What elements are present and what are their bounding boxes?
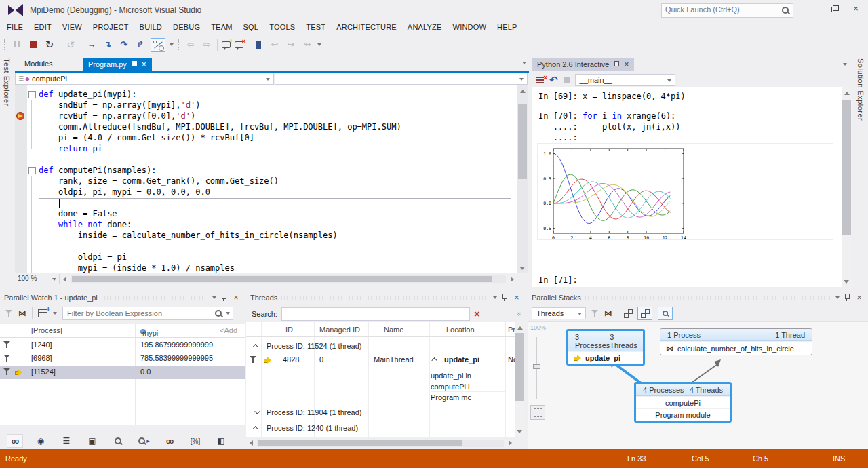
code-line[interactable]: oldpi, pi, mypi = 0.0, 0.0, 0.0 — [15, 187, 517, 197]
call-stack-window-icon[interactable]: ☰ — [58, 434, 75, 448]
scroll-right-icon[interactable] — [505, 438, 515, 448]
threads-header[interactable]: Threads × — [246, 290, 526, 305]
close-tab-icon[interactable]: × — [624, 60, 629, 69]
boolean-filter-box[interactable] — [62, 307, 233, 320]
tab-modules[interactable]: Modules — [19, 58, 58, 71]
scroll-left-icon[interactable] — [60, 275, 69, 284]
code-line[interactable]: def computePi(nsamples): — [15, 165, 517, 176]
sidebar-tab-test-explorer[interactable]: Test Explorer — [3, 58, 11, 106]
locals-window-icon[interactable]: ▸ — [136, 434, 152, 448]
collapse-icon[interactable] — [252, 426, 258, 431]
quick-launch-input[interactable] — [665, 5, 774, 14]
flag-threads-icon[interactable]: ⋈ — [18, 309, 26, 318]
command-window-icon[interactable]: ▣ — [84, 434, 100, 448]
watch-row[interactable]: [1240] 195.86799999999999 — [0, 338, 245, 352]
stacks-view-dropdown[interactable]: Threads — [532, 307, 586, 319]
bookmark-icon[interactable] — [252, 39, 264, 51]
fold-collapse-icon[interactable] — [27, 165, 39, 176]
flag-threads-icon[interactable]: ⋈ — [604, 309, 612, 318]
menu-sql[interactable]: SQL — [238, 21, 264, 35]
step-into-icon[interactable]: ↴ — [102, 39, 114, 51]
show-next-statement-icon[interactable]: → — [85, 39, 98, 51]
restore-button[interactable] — [825, 0, 845, 18]
step-out-icon[interactable]: ↱ — [134, 39, 146, 51]
menu-build[interactable]: BUILD — [134, 21, 167, 35]
reset-icon[interactable]: ↶ — [549, 74, 558, 86]
menu-help[interactable]: HELP — [492, 21, 523, 35]
code-line[interactable]: sndBuf = np.array([mypi],'d') — [15, 100, 517, 111]
autos-window-icon[interactable] — [110, 434, 126, 448]
sidebar-tab-solution-explorer[interactable]: Solution Explorer — [856, 58, 865, 121]
scroll-right-icon[interactable] — [507, 275, 517, 284]
menu-edit[interactable]: EDIT — [28, 21, 57, 35]
parallel-watch-window-icon[interactable]: oo — [161, 434, 178, 448]
parallel-stacks-header[interactable]: Parallel Stacks × — [528, 290, 868, 305]
interactive-console[interactable]: In [69]: x = linspace(0, 4*pi)In [70]: f… — [532, 87, 842, 287]
tab-python-interactive[interactable]: Python 2.6 Interactive × — [532, 58, 634, 71]
close-button[interactable]: × — [846, 0, 866, 18]
process-group-row[interactable]: Process ID: 11524 (1 thread) — [246, 339, 515, 353]
filter-row-icon[interactable] — [3, 355, 11, 362]
stop-debugging-icon[interactable] — [27, 39, 39, 51]
toolbar-dropdown-icon[interactable] — [317, 43, 321, 46]
clear-search-icon[interactable]: × — [474, 309, 480, 319]
output-window-icon[interactable]: ◧ — [213, 434, 229, 448]
code-line[interactable]: mypi = (inside * 1.0) / nsamples — [15, 262, 517, 273]
code-line[interactable] — [15, 154, 517, 165]
code-line[interactable]: inside = calculate_number_of_hits_in_cir… — [15, 230, 517, 241]
filter-row-icon[interactable] — [250, 356, 257, 364]
quick-launch-box[interactable] — [661, 3, 793, 18]
watch-window-icon[interactable]: oo — [7, 434, 23, 448]
toolbar-overflow-icon[interactable]: » — [515, 311, 524, 315]
stack-box-computepi[interactable]: 4 Processes 4 Threads computePi Program … — [634, 382, 732, 423]
stacks-graph[interactable]: 100% 3 Processes 3 Threads update_pi — [528, 321, 868, 449]
tab-program-py[interactable]: Program.py × — [83, 58, 152, 71]
column-id[interactable]: ID — [285, 326, 293, 334]
column-name[interactable]: Name — [384, 326, 403, 334]
menu-window[interactable]: WINDOW — [448, 21, 492, 35]
breakpoint-current-icon[interactable] — [16, 112, 24, 120]
pin-icon[interactable] — [131, 60, 138, 69]
stack-frame[interactable]: computePi i — [431, 381, 505, 391]
code-line[interactable]: done = False — [15, 208, 517, 219]
scroll-up-icon[interactable] — [515, 323, 525, 332]
column-process[interactable]: [Process] — [31, 326, 62, 334]
chevron-down-icon[interactable] — [53, 312, 57, 315]
code-line[interactable]: while not done: — [15, 219, 517, 230]
menu-analyze[interactable]: ANALYZE — [402, 21, 448, 35]
member-dropdown[interactable]: ☰ ◆ computePi — [15, 73, 274, 85]
scroll-up-icon[interactable] — [842, 88, 852, 98]
step-over-icon[interactable]: ↷ — [118, 39, 130, 51]
type-dropdown[interactable] — [275, 73, 528, 85]
menu-tools[interactable]: TOOLS — [264, 21, 300, 35]
editor-zoom-dropdown[interactable]: 100 % — [15, 274, 60, 284]
code-line[interactable]: rank, size = comm.Get_rank(), comm.Get_s… — [15, 176, 517, 187]
code-line[interactable] — [15, 241, 517, 252]
scope-dropdown[interactable]: __main__ — [575, 74, 675, 86]
restart-icon[interactable]: ↻ — [43, 39, 56, 51]
code-editor[interactable]: def update_pi(mypi): sndBuf = np.array([… — [15, 85, 517, 273]
pin-icon[interactable] — [613, 60, 620, 69]
menu-architecture[interactable]: ARCHITECTURE — [331, 21, 402, 35]
filter-row-icon[interactable] — [3, 341, 11, 349]
chevron-down-icon[interactable] — [226, 312, 230, 315]
code-line[interactable]: rcvBuf = np.array([0.0],'d') — [15, 111, 517, 121]
collapse-icon[interactable] — [252, 344, 258, 349]
threads-vertical-scrollbar[interactable] — [515, 322, 525, 437]
pin-icon[interactable] — [220, 293, 227, 302]
window-menu-icon[interactable] — [212, 296, 216, 299]
registers-window-icon[interactable]: [%] — [187, 434, 203, 448]
close-tab-icon[interactable]: × — [142, 58, 146, 71]
code-line[interactable]: def update_pi(mypi): — [15, 89, 517, 100]
zoom-control-toggle-icon[interactable] — [658, 307, 673, 320]
process-group-row[interactable]: Process ID: 11904 (1 thread) — [246, 406, 515, 419]
console-vertical-scrollbar[interactable] — [842, 87, 852, 287]
scroll-down-icon[interactable] — [517, 263, 527, 273]
code-line[interactable]: return pi — [15, 143, 517, 154]
toggle-icon[interactable] — [151, 38, 165, 52]
expand-icon[interactable] — [254, 408, 260, 414]
column-mypi[interactable]: mypi — [140, 326, 142, 334]
delete-comment-icon[interactable]: × — [235, 41, 243, 48]
method-view-icon[interactable] — [624, 309, 632, 317]
pin-icon[interactable] — [844, 293, 850, 302]
